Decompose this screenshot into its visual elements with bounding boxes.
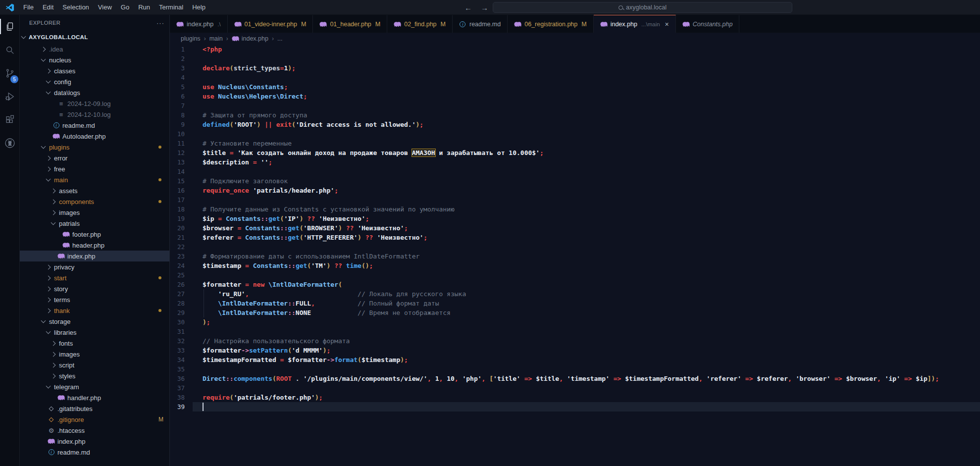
extensions-icon[interactable] (0, 108, 20, 131)
menu-item-view[interactable]: View (94, 0, 116, 15)
tree-item-handler.php[interactable]: handler.php (20, 392, 169, 403)
tree-item-header.php[interactable]: header.php (20, 240, 169, 251)
tree-item-label: classes (54, 67, 75, 75)
search-panel-icon[interactable] (0, 38, 20, 61)
code-line-8: 8# Защита от прямого доступа (170, 110, 980, 120)
tree-item-label: index.php (67, 253, 95, 260)
code-line-17: 17 (170, 195, 980, 205)
run-debug-icon[interactable] (0, 85, 20, 108)
close-icon[interactable]: × (665, 20, 669, 28)
explorer-icon[interactable] (0, 15, 20, 38)
tab-01_header.php[interactable]: 01_header.phpM (313, 15, 387, 33)
indent-guide (204, 289, 204, 299)
menu-item-run[interactable]: Run (134, 0, 155, 15)
line-content (193, 383, 980, 393)
tree-item-.gitattributes[interactable]: .gitattributes (20, 403, 169, 414)
menu-item-go[interactable]: Go (116, 0, 134, 15)
code-line-7: 7 (170, 101, 980, 110)
line-content (193, 129, 980, 139)
menu-item-edit[interactable]: Edit (38, 0, 58, 15)
tree-item-assets[interactable]: assets (20, 185, 169, 196)
chevron-down-icon (46, 89, 51, 94)
code-editor[interactable]: 1<?php23declare(strict_types=1);45use Nu… (170, 45, 980, 466)
tree-item-thank[interactable]: thank (20, 305, 169, 316)
tree-item-readme.md[interactable]: ireadme.md (20, 120, 169, 131)
github-icon[interactable] (0, 131, 20, 155)
tree-item-main[interactable]: main (20, 174, 169, 185)
tab-index.php[interactable]: index.php ...\main× (594, 15, 676, 33)
tree-item-components[interactable]: components (20, 196, 169, 207)
tree-item-label: storage (49, 318, 70, 325)
tree-item-images[interactable]: images (20, 349, 169, 360)
tree-item-label: telegram (54, 383, 79, 391)
line-content (193, 270, 980, 280)
tree-item-story[interactable]: story (20, 283, 169, 294)
tree-item-terms[interactable]: terms (20, 294, 169, 305)
nav-back-icon[interactable]: ← (464, 3, 472, 12)
tree-item-free[interactable]: free (20, 163, 169, 174)
breadcrumb-item-...[interactable]: ... (277, 35, 282, 42)
line-content: $formatter->setPattern('d MMMM'); (193, 346, 980, 355)
nav-forward-icon[interactable]: → (481, 3, 488, 12)
tree-item-nucleus[interactable]: nucleus (20, 54, 169, 65)
tree-item-.htaccess[interactable]: ⚙.htaccess (20, 425, 169, 436)
menu-item-terminal[interactable]: Terminal (155, 0, 188, 15)
search-input[interactable]: axyglobal.local (493, 2, 792, 13)
line-content: $title = 'Как создать онлайн доход на пр… (193, 148, 980, 157)
menu-item-selection[interactable]: Selection (58, 0, 93, 15)
tree-item-readme.md[interactable]: ireadme.md (20, 447, 169, 458)
tree-item-storage[interactable]: storage (20, 316, 169, 327)
tree-item-2024-12-09.log[interactable]: ≡2024-12-09.log (20, 98, 169, 109)
line-content (193, 364, 980, 374)
breadcrumb-item-plugins[interactable]: plugins (181, 35, 201, 42)
breadcrumb-item-index.php[interactable]: index.php (232, 35, 268, 42)
tree-item-privacy[interactable]: privacy (20, 261, 169, 272)
tree-item-config[interactable]: config (20, 76, 169, 87)
code-line-16: 16require_once 'patrials/header.php'; (170, 186, 980, 195)
tree-item-patrials[interactable]: patrials (20, 218, 169, 229)
tab-Constants.php[interactable]: Constants.php (676, 15, 740, 33)
tree-item-index.php[interactable]: index.php (20, 436, 169, 447)
menu-item-help[interactable]: Help (188, 0, 210, 15)
tree-item-footer.php[interactable]: footer.php (20, 229, 169, 240)
tree-item-label: components (59, 198, 94, 206)
workspace-root[interactable]: AXYGLOBAL.LOCAL (20, 31, 169, 44)
indent-guide (204, 299, 204, 308)
tab-06_registration.php[interactable]: 06_registration.phpM (508, 15, 593, 33)
tree-item-plugins[interactable]: plugins (20, 142, 169, 153)
menu-item-file[interactable]: File (19, 0, 38, 15)
tree-item-script[interactable]: script (20, 360, 169, 370)
tab-02_find.php[interactable]: 02_find.phpM (387, 15, 453, 33)
tree-item-telegram[interactable]: telegram (20, 381, 169, 392)
line-content: \IntlDateFormatter::FULL, // Полный форм… (193, 299, 980, 308)
tree-item-.gitignore[interactable]: .gitignoreM (20, 414, 169, 425)
line-number: 34 (170, 355, 193, 364)
code-line-6: 6use Nucleus\Helpers\Direct; (170, 92, 980, 101)
chevron-right-icon (46, 68, 51, 73)
line-content (193, 195, 980, 205)
tab-index.php[interactable]: index.php .\ (170, 15, 228, 33)
modified-dot (158, 276, 161, 279)
tree-item-start[interactable]: start (20, 272, 169, 283)
line-content: require_once 'patrials/header.php'; (193, 186, 980, 195)
more-actions-icon[interactable]: ··· (156, 19, 164, 27)
tab-01_video-inner.php[interactable]: 01_video-inner.phpM (228, 15, 313, 33)
code-line-11: 11# Установите переменные (170, 139, 980, 148)
tree-item-styles[interactable]: styles (20, 370, 169, 381)
source-control-icon[interactable]: 5 (0, 61, 20, 85)
tab-readme.md[interactable]: ireadme.md (453, 15, 508, 33)
tree-item-classes[interactable]: classes (20, 65, 169, 76)
tab-path-hint: ...\main (641, 21, 660, 27)
line-content: # Форматирование даты с использованием I… (193, 252, 980, 261)
tree-item-2024-12-10.log[interactable]: ≡2024-12-10.log (20, 109, 169, 120)
breadcrumb-item-main[interactable]: main (209, 35, 223, 42)
tree-item-error[interactable]: error (20, 153, 169, 163)
tab-label: 02_find.php (404, 21, 436, 28)
tree-item-fonts[interactable]: fonts (20, 338, 169, 349)
tree-item-images[interactable]: images (20, 207, 169, 218)
tree-item-libraries[interactable]: libraries (20, 327, 169, 338)
tree-item-Autoloader.php[interactable]: Autoloader.php (20, 131, 169, 142)
tree-item-.idea[interactable]: .idea (20, 44, 169, 54)
tree-item-data\logs[interactable]: data\logs (20, 87, 169, 98)
tree-item-index.php[interactable]: index.php (20, 251, 169, 261)
